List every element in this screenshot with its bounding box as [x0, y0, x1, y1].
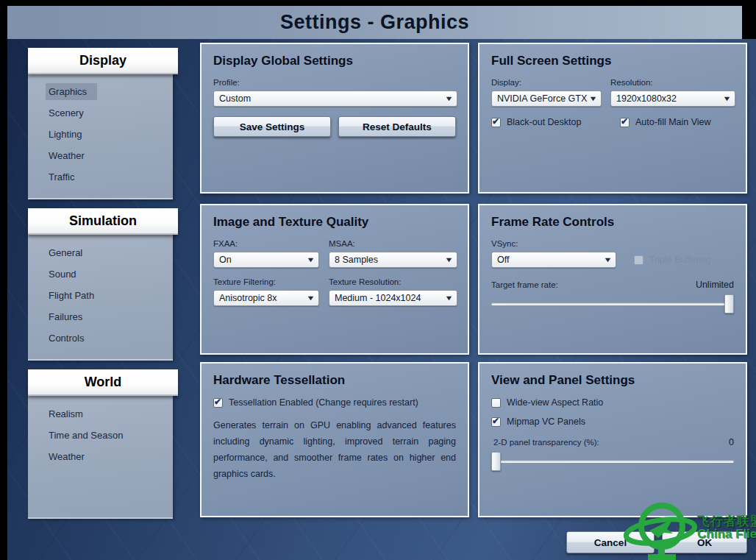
tessellation-description: Generates terrain on GPU enabling advanc…	[213, 418, 456, 483]
sidebar-item-flight-path[interactable]: Flight Path	[28, 285, 173, 306]
chevron-down-icon: ▼	[444, 95, 453, 102]
chevron-down-icon: ▼	[588, 95, 597, 102]
sidebar-header-world: World	[28, 369, 178, 396]
sidebar-item-graphics[interactable]: Graphics	[28, 81, 173, 102]
slider-track[interactable]	[491, 302, 734, 305]
sidebar-item-sound[interactable]: Sound	[28, 263, 173, 285]
vsync-label: VSync:	[491, 239, 734, 248]
sidebar-item-realism[interactable]: Realism	[28, 403, 173, 425]
msaa-dropdown[interactable]: 8 Samples ▼	[329, 252, 457, 268]
chevron-down-icon: ▼	[603, 256, 612, 263]
panel-title: Hardware Tessellation	[213, 373, 456, 388]
cancel-button[interactable]: Cancel	[566, 531, 655, 553]
ok-button[interactable]: OK	[662, 531, 747, 553]
panel-view-panel-settings: View and Panel Settings Wide-view Aspect…	[478, 362, 747, 517]
panel-frame-rate-controls: Frame Rate Controls VSync: Off ▼ Triple …	[478, 204, 747, 355]
panel-title: Full Screen Settings	[491, 54, 734, 68]
save-settings-button[interactable]: Save Settings	[213, 116, 331, 137]
reset-defaults-button[interactable]: Reset Defaults	[338, 116, 456, 137]
vsync-dropdown[interactable]: Off ▼	[491, 252, 616, 268]
mipmap-vc-panels-checkbox[interactable]	[491, 417, 501, 427]
sidebar-item-controls[interactable]: Controls	[28, 327, 173, 349]
wide-view-aspect-label: Wide-view Aspect Ratio	[507, 397, 603, 408]
panel-display-global-settings: Display Global Settings Profile: Custom …	[200, 43, 469, 194]
wide-view-aspect-checkbox[interactable]	[491, 398, 501, 408]
panel-title: Display Global Settings	[213, 54, 456, 68]
panel-image-texture-quality: Image and Texture Quality FXAA: MSAA: On…	[200, 204, 469, 355]
panel-transparency-label: 2-D panel transparency (%):	[493, 438, 599, 447]
sidebar-item-general[interactable]: General	[28, 242, 173, 263]
page-title: Settings - Graphics	[280, 11, 469, 34]
fxaa-dropdown[interactable]: On ▼	[213, 252, 319, 268]
tessellation-enabled-checkbox[interactable]	[213, 398, 223, 408]
profile-dropdown[interactable]: Custom ▼	[213, 91, 457, 107]
sidebar-list-world: Realism Time and Season Weather	[28, 396, 173, 519]
panel-title: View and Panel Settings	[491, 373, 734, 388]
sidebar-item-time-and-season[interactable]: Time and Season	[28, 425, 173, 446]
panel-full-screen-settings: Full Screen Settings Display: Resolution…	[478, 43, 747, 194]
fxaa-label: FXAA:	[213, 239, 329, 248]
panel-title: Frame Rate Controls	[491, 215, 734, 230]
sidebar-item-world-weather[interactable]: Weather	[28, 446, 173, 467]
autofill-main-view-label: Auto-fill Main View	[635, 117, 711, 127]
blackout-desktop-checkbox[interactable]	[491, 118, 501, 127]
panel-hardware-tessellation: Hardware Tessellation Tessellation Enabl…	[200, 362, 469, 517]
sidebar-item-lighting[interactable]: Lighting	[28, 124, 173, 145]
target-frame-rate-slider[interactable]	[491, 294, 734, 313]
texture-filtering-label: Texture Filtering:	[213, 277, 329, 286]
chevron-down-icon: ▼	[722, 95, 731, 102]
tessellation-enabled-label: Tessellation Enabled (Change requires re…	[229, 397, 418, 408]
panel-transparency-value: 0	[729, 437, 734, 447]
sidebar-item-traffic[interactable]: Traffic	[28, 166, 173, 188]
target-frame-rate-label: Target frame rate:	[491, 280, 558, 289]
texture-resolution-label: Texture Resolution:	[329, 277, 457, 286]
chevron-down-icon: ▼	[444, 256, 453, 263]
display-label: Display:	[491, 78, 610, 87]
chevron-down-icon: ▼	[306, 256, 315, 263]
slider-thumb[interactable]	[724, 294, 734, 313]
profile-label: Profile:	[213, 78, 456, 87]
sidebar-list-display: Graphics Scenery Lighting Weather Traffi…	[28, 74, 173, 199]
autofill-main-view-checkbox[interactable]	[620, 118, 630, 127]
texture-filtering-dropdown[interactable]: Anisotropic 8x ▼	[213, 290, 319, 306]
title-bar: Settings - Graphics	[7, 6, 742, 39]
mipmap-vc-panels-label: Mipmap VC Panels	[507, 417, 585, 427]
triple-buffering-label: Triple Buffering	[649, 255, 711, 265]
sidebar-header-simulation: Simulation	[28, 208, 178, 235]
resolution-dropdown[interactable]: 1920x1080x32 ▼	[610, 91, 735, 107]
display-adapter-dropdown[interactable]: NVIDIA GeForce GTX 9 ▼	[491, 91, 602, 107]
sidebar-item-weather[interactable]: Weather	[28, 145, 173, 166]
sidebar-list-simulation: General Sound Flight Path Failures Contr…	[28, 235, 173, 361]
panel-title: Image and Texture Quality	[213, 215, 456, 230]
chevron-down-icon: ▼	[444, 294, 453, 302]
blackout-desktop-label: Black-out Desktop	[507, 117, 581, 127]
sidebar-item-scenery[interactable]: Scenery	[28, 102, 173, 124]
slider-thumb[interactable]	[491, 452, 501, 471]
dialog-body: Display Graphics Scenery Lighting Weathe…	[7, 39, 756, 560]
resolution-label: Resolution:	[610, 78, 735, 87]
panel-transparency-slider[interactable]	[491, 452, 734, 471]
sidebar-header-display: Display	[28, 48, 178, 74]
slider-track[interactable]	[491, 460, 734, 463]
chevron-down-icon: ▼	[306, 294, 315, 302]
msaa-label: MSAA:	[329, 239, 457, 248]
target-frame-rate-value: Unlimited	[696, 280, 734, 290]
triple-buffering-checkbox	[634, 255, 643, 265]
texture-resolution-dropdown[interactable]: Medium - 1024x1024 ▼	[329, 290, 457, 306]
sidebar-item-failures[interactable]: Failures	[28, 306, 173, 327]
settings-dialog: Settings - Graphics Display Graphics Sce…	[0, 0, 756, 560]
